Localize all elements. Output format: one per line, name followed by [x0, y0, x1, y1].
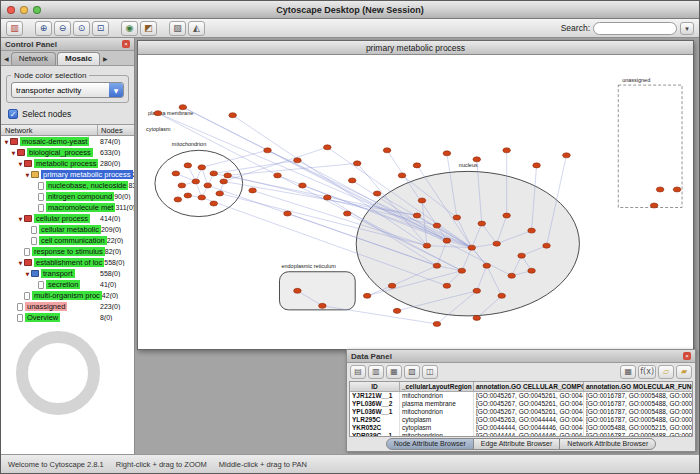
- network-node[interactable]: [192, 179, 200, 184]
- network-node[interactable]: [324, 145, 332, 150]
- network-node[interactable]: [483, 263, 491, 268]
- tab-scroll-right-icon[interactable]: ▶: [101, 55, 110, 65]
- import-table-icon[interactable]: ▱: [658, 365, 674, 379]
- network-node[interactable]: [363, 293, 371, 298]
- network-node[interactable]: [184, 193, 192, 198]
- network-node[interactable]: [224, 173, 232, 178]
- network-node[interactable]: [220, 179, 228, 184]
- tree-row[interactable]: ▼mosaic-demo-yeast874(0): [1, 136, 134, 147]
- tree-row[interactable]: nitrogen compound90(0): [1, 191, 134, 202]
- expander-icon[interactable]: ▼: [17, 161, 24, 167]
- function-builder-icon[interactable]: f(x): [638, 365, 656, 379]
- network-canvas-container[interactable]: plasma membranecytoplasmmitochondrionnuc…: [138, 55, 693, 349]
- network-node[interactable]: [498, 293, 506, 298]
- network-node[interactable]: [413, 163, 421, 168]
- network-node[interactable]: [210, 171, 218, 176]
- network-node[interactable]: [294, 288, 302, 293]
- network-node[interactable]: [184, 163, 192, 168]
- network-node[interactable]: [528, 228, 536, 233]
- tab-node-attribute-browser[interactable]: Node Attribute Browser: [386, 438, 474, 450]
- tree-row[interactable]: ▼primary metabolic process209(0): [1, 169, 134, 180]
- attribute-table[interactable]: ID_cellularLayoutRegionannotation.GO CEL…: [349, 381, 693, 437]
- network-node[interactable]: [443, 238, 451, 243]
- tree-row[interactable]: unassigned223(0): [1, 301, 134, 312]
- network-node[interactable]: [656, 187, 664, 192]
- network-node[interactable]: [388, 283, 396, 288]
- network-node[interactable]: [508, 273, 516, 278]
- unselect-attributes-icon[interactable]: ▥: [368, 365, 384, 379]
- network-node[interactable]: [249, 188, 257, 193]
- network-node[interactable]: [398, 173, 406, 178]
- network-node[interactable]: [204, 183, 212, 188]
- network-node[interactable]: [324, 195, 332, 200]
- network-node[interactable]: [299, 183, 307, 188]
- network-node[interactable]: [443, 283, 451, 288]
- trash-icon[interactable]: ◫: [422, 365, 438, 379]
- network-node[interactable]: [433, 223, 441, 228]
- tree-row[interactable]: ▼metabolic process280(0): [1, 158, 134, 169]
- expander-icon[interactable]: ▼: [17, 260, 24, 266]
- delete-attribute-icon[interactable]: ▧: [404, 365, 420, 379]
- network-node[interactable]: [264, 148, 272, 153]
- tree-row[interactable]: Overview8(0): [1, 312, 134, 323]
- titlebar[interactable]: Cytoscape Desktop (New Session): [1, 1, 699, 19]
- table-row[interactable]: YPL036W__1mitochondrion[GO:0045267, GO:0…: [350, 408, 692, 416]
- network-node[interactable]: [503, 213, 511, 218]
- export-table-icon[interactable]: ▰: [676, 365, 692, 379]
- network-node[interactable]: [198, 195, 206, 200]
- network-node[interactable]: [274, 173, 282, 178]
- network-node[interactable]: [348, 178, 356, 183]
- tree-column-network[interactable]: Network: [1, 125, 98, 135]
- tab-edge-attribute-browser[interactable]: Edge Attribute Browser: [473, 438, 561, 450]
- session-icon[interactable]: ▥: [6, 21, 23, 36]
- tree-row[interactable]: multi-organism proc42(0): [1, 290, 134, 301]
- network-node[interactable]: [413, 213, 421, 218]
- network-node[interactable]: [229, 113, 237, 118]
- network-node[interactable]: [518, 253, 526, 258]
- network-node[interactable]: [284, 211, 292, 216]
- search-options-icon[interactable]: ▾: [680, 22, 694, 35]
- network-node[interactable]: [473, 288, 481, 293]
- network-node[interactable]: [650, 203, 658, 208]
- tree-row[interactable]: ▼cellular process414(0): [1, 213, 134, 224]
- network-node[interactable]: [423, 243, 431, 248]
- zoom-fit-icon[interactable]: ⊡: [92, 21, 109, 36]
- search-input[interactable]: [593, 22, 677, 35]
- tree-row[interactable]: nucleobase, nucleoside83(0): [1, 180, 134, 191]
- annotation-icon[interactable]: ▨: [169, 21, 186, 36]
- expander-icon[interactable]: ▼: [3, 139, 10, 145]
- network-view-window[interactable]: primary metabolic process plasma membran…: [137, 40, 694, 350]
- expander-icon[interactable]: ▼: [10, 150, 17, 156]
- expander-icon[interactable]: ▼: [24, 172, 31, 178]
- minimize-window-icon[interactable]: [20, 6, 28, 14]
- tree-row[interactable]: ▼transport558(0): [1, 268, 134, 279]
- zoom-selected-icon[interactable]: ⊙: [73, 21, 90, 36]
- tree-row[interactable]: macromolecule met311(0): [1, 202, 134, 213]
- network-node[interactable]: [198, 165, 206, 170]
- table-row[interactable]: YLR295Ccytoplasm[GO:0045263, GO:0044444,…: [350, 416, 692, 424]
- column-header[interactable]: ID: [350, 382, 400, 391]
- network-node[interactable]: [353, 161, 361, 166]
- network-node[interactable]: [493, 241, 501, 246]
- network-node[interactable]: [543, 243, 551, 248]
- tree-column-nodes[interactable]: Nodes: [98, 125, 134, 135]
- column-header[interactable]: annotation.GO MOLECULAR_FUNCTION: [584, 382, 693, 391]
- zoom-out-icon[interactable]: ⊖: [54, 21, 71, 36]
- network-node[interactable]: [533, 163, 541, 168]
- network-node[interactable]: [210, 201, 218, 206]
- tab-scroll-left-icon[interactable]: ◀: [2, 55, 11, 65]
- network-node[interactable]: [473, 315, 481, 320]
- network-node[interactable]: [172, 171, 180, 176]
- network-node[interactable]: [383, 148, 391, 153]
- network-node[interactable]: [319, 303, 327, 308]
- network-node[interactable]: [179, 105, 187, 110]
- tree-row[interactable]: cell communication22(0): [1, 235, 134, 246]
- network-node[interactable]: [468, 245, 476, 250]
- network-node[interactable]: [503, 148, 511, 153]
- network-node[interactable]: [174, 197, 182, 202]
- network-node[interactable]: [343, 211, 351, 216]
- new-attribute-icon[interactable]: ▦: [386, 365, 402, 379]
- network-node[interactable]: [393, 308, 401, 313]
- network-node[interactable]: [453, 215, 461, 220]
- network-node[interactable]: [673, 187, 681, 192]
